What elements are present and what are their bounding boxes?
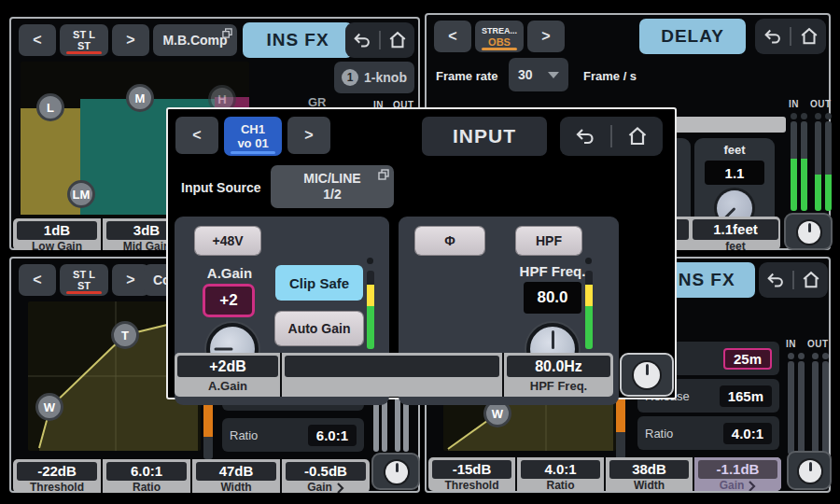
auto-gain-button[interactable]: Auto Gain: [275, 312, 363, 345]
one-knob-label: 1-knob: [364, 70, 407, 85]
threshold-handle[interactable]: T: [111, 321, 139, 349]
tab-underline: [66, 51, 102, 54]
channel-tab-stream-obs[interactable]: STREA... OBS: [475, 21, 524, 52]
prev-channel-button[interactable]: <: [19, 264, 56, 296]
clip-safe-button[interactable]: Clip Safe: [275, 265, 363, 301]
page-title-delay[interactable]: DELAY: [639, 19, 746, 54]
param-label-again: A.Gain: [177, 379, 278, 393]
tab-underline: [66, 291, 102, 294]
param-label: Threshold: [444, 479, 498, 491]
param-cell-threshold[interactable]: -15dB Threshold: [428, 457, 515, 491]
header-icon-group: [345, 22, 414, 58]
undo-icon[interactable]: [763, 26, 783, 47]
hpf-button[interactable]: HPF: [516, 227, 581, 255]
ratio-label: Ratio: [230, 428, 258, 442]
feet-label: feet: [694, 143, 775, 157]
input-source-button[interactable]: MIC/LINE 1/2: [271, 165, 394, 208]
icon-divider: [379, 31, 381, 50]
param-value-feet[interactable]: 1.1feet: [693, 219, 778, 240]
mid-band-handle[interactable]: M: [126, 84, 154, 112]
attack-value: 25m: [723, 348, 772, 370]
knob-pointer: [552, 330, 554, 349]
home-icon[interactable]: [387, 30, 408, 50]
hpf-freq-value[interactable]: 80.0: [524, 282, 581, 314]
prev-channel-button[interactable]: <: [175, 117, 218, 154]
prev-channel-button[interactable]: <: [434, 21, 471, 52]
param-value-empty[interactable]: [285, 356, 499, 377]
channel-tab-stl-st[interactable]: ST L ST: [60, 24, 108, 56]
param-cell-threshold[interactable]: -22dB Threshold: [13, 459, 101, 493]
ratio-label: Ratio: [645, 427, 673, 441]
undo-icon[interactable]: [574, 125, 596, 147]
one-knob-button[interactable]: 1 1-knob: [334, 62, 414, 93]
knob-pointer: [646, 364, 649, 375]
copy-icon: [222, 28, 232, 38]
frame-unit-label: Frame / s: [583, 69, 637, 83]
chevron-right-icon: [748, 481, 756, 492]
in-meter-right: [798, 361, 805, 455]
level-meter: [367, 271, 374, 349]
encoder-assign-button[interactable]: [787, 451, 832, 490]
width-handle[interactable]: W: [35, 393, 63, 421]
out-label: OUT: [810, 99, 832, 109]
param-label-feet: feet: [693, 240, 778, 250]
phantom-48v-button[interactable]: +48V: [195, 227, 260, 255]
home-icon[interactable]: [799, 26, 819, 47]
low-band-handle[interactable]: L: [36, 93, 64, 121]
in-clip-dot: [798, 353, 805, 359]
ratio-value: 4.0:1: [723, 423, 772, 444]
undo-icon[interactable]: [765, 270, 786, 290]
prev-channel-button[interactable]: <: [19, 24, 56, 56]
again-value[interactable]: +2: [203, 284, 255, 317]
param-cell-gain-selected[interactable]: -1.1dB Gain: [693, 457, 781, 491]
param-cell-width[interactable]: 38dB Width: [604, 457, 693, 491]
parameter-bar: +2dB A.Gain 80.0Hz HPF Freq.: [175, 353, 613, 397]
param-value-hpf[interactable]: 80.0Hz: [507, 356, 610, 377]
param-label: Gain: [720, 479, 745, 491]
param-label: Width: [220, 481, 251, 493]
input-source-label: Input Source: [181, 180, 261, 195]
in-label: IN: [789, 99, 799, 109]
param-value: -1.1dB: [698, 460, 777, 479]
encoder-assign-button[interactable]: [620, 353, 674, 397]
param-cell-width[interactable]: 47dB Width: [190, 459, 280, 493]
param-cell-ratio[interactable]: 4.0:1 Ratio: [515, 457, 604, 491]
out-meter-right: [825, 121, 832, 211]
in-clip-dot: [791, 113, 797, 119]
encoder-assign-button[interactable]: [371, 453, 420, 490]
preset-label: M.B.Comp: [162, 33, 227, 48]
home-icon[interactable]: [626, 125, 649, 147]
icon-divider: [610, 125, 612, 147]
param-value-again[interactable]: +2dB: [177, 356, 278, 377]
home-icon[interactable]: [801, 270, 821, 290]
chevron-right-icon: [336, 483, 344, 494]
phase-button[interactable]: Φ: [415, 227, 484, 255]
channel-tab-ch1[interactable]: CH1 vo 01: [224, 117, 282, 156]
out-meter-left: [815, 121, 821, 211]
channel-tab-line2: ST: [77, 40, 91, 51]
next-channel-button[interactable]: >: [112, 24, 149, 56]
lowmid-crossover-handle[interactable]: LM: [67, 180, 95, 208]
ratio-row[interactable]: Ratio 6.0:1: [222, 418, 364, 452]
next-channel-button[interactable]: >: [527, 21, 565, 52]
preset-button-mbcomp[interactable]: M.B.Comp: [153, 24, 237, 56]
param-cell-gain[interactable]: -0.5dB Gain: [280, 459, 370, 493]
feet-value[interactable]: 1.1: [705, 161, 764, 185]
encoder-knob-icon: [385, 461, 408, 483]
mixer-screen: < ST L ST > M.B.Comp INS FX L M H LM GR: [0, 0, 840, 504]
dropdown-arrow-icon: [548, 72, 559, 78]
param-value: 47dB: [196, 462, 276, 481]
undo-icon[interactable]: [352, 30, 372, 50]
ratio-row[interactable]: Ratio 4.0:1: [637, 416, 779, 450]
next-channel-button[interactable]: >: [287, 117, 330, 154]
knob-pointer: [396, 463, 399, 472]
clip-dot: [367, 258, 373, 264]
cell-divider: [502, 353, 504, 397]
channel-tab-stl-st[interactable]: ST L ST: [60, 264, 108, 296]
encoder-assign-button[interactable]: [784, 213, 833, 250]
param-cell-ratio[interactable]: 6.0:1 Ratio: [101, 459, 190, 493]
frame-rate-dropdown[interactable]: 30: [509, 58, 568, 91]
header-icon-group: [755, 19, 826, 54]
param-cell-low-gain[interactable]: 1dB Low Gain: [13, 218, 101, 250]
page-title-ins-fx[interactable]: INS FX: [243, 22, 353, 58]
